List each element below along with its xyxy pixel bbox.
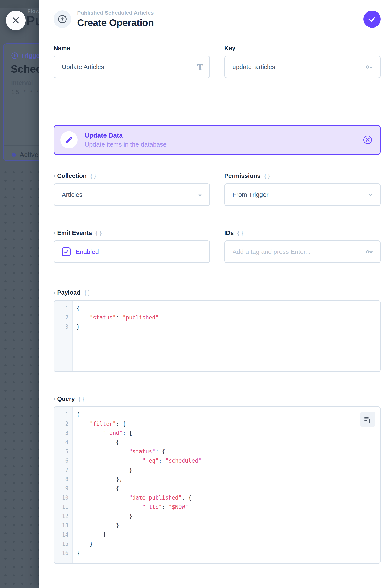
- drawer-title: Create Operation: [77, 17, 154, 28]
- required-dot-icon: [54, 175, 56, 177]
- pencil-icon: [64, 135, 73, 144]
- permissions-field-group: Permissions {} From Trigger: [224, 172, 381, 206]
- query-label: Query {}: [54, 395, 381, 403]
- bolt-circle-icon: [11, 52, 18, 59]
- emit-events-box: Enabled: [54, 240, 210, 263]
- section-divider: [54, 101, 381, 101]
- import-field-values-button[interactable]: [360, 412, 376, 427]
- key-field-group: Key update_articles: [224, 44, 381, 78]
- query-code-content[interactable]: { "filter": { "_and": [ { "status": { "_…: [73, 407, 380, 563]
- collection-value: Articles: [62, 191, 197, 198]
- close-icon: [11, 16, 20, 25]
- raw-value-braces-icon[interactable]: {}: [237, 230, 244, 236]
- flow-canvas-dot-grid: [0, 166, 40, 588]
- query-field-group: Query {} 12345678910111213141516 { "filt…: [54, 395, 381, 564]
- raw-value-braces-icon[interactable]: {}: [84, 289, 91, 296]
- raw-value-braces-icon[interactable]: {}: [90, 173, 97, 179]
- name-input-value: Update Articles: [62, 63, 197, 70]
- create-operation-drawer: Published Scheduled Articles Create Oper…: [40, 0, 392, 588]
- operation-bolt-icon: [54, 10, 71, 28]
- permissions-value: From Trigger: [232, 191, 368, 198]
- ids-placeholder: Add a tag and press Enter...: [232, 248, 365, 255]
- playlist-add-icon: [364, 415, 372, 424]
- raw-value-braces-icon[interactable]: {}: [95, 230, 103, 236]
- payload-code-editor[interactable]: 123 { "status": "published"}: [54, 300, 381, 372]
- operation-type-icon-circle: [60, 131, 78, 148]
- remove-operation-type-button[interactable]: [362, 135, 373, 145]
- name-label: Name: [54, 44, 210, 52]
- raw-value-braces-icon[interactable]: {}: [78, 396, 86, 402]
- status-label: Active: [20, 151, 38, 159]
- operation-type-title: Update Data: [85, 132, 362, 139]
- raw-value-braces-icon[interactable]: {}: [264, 173, 271, 179]
- operation-type-banner[interactable]: Update Data Update items in the database: [54, 125, 381, 155]
- key-input[interactable]: update_articles: [224, 56, 381, 78]
- chevron-down-icon: [368, 191, 374, 198]
- permissions-select[interactable]: From Trigger: [224, 183, 381, 206]
- required-dot-icon: [54, 398, 56, 400]
- key-icon: [365, 62, 374, 71]
- emit-events-checkbox-row[interactable]: Enabled: [62, 247, 99, 256]
- key-label: Key: [224, 44, 381, 52]
- permissions-label: Permissions {}: [224, 172, 381, 180]
- line-number-gutter: 123: [54, 301, 73, 372]
- line-number-gutter: 12345678910111213141516: [54, 407, 73, 563]
- chevron-down-icon: [197, 191, 203, 198]
- query-code-editor[interactable]: 12345678910111213141516 { "filter": { "_…: [54, 406, 381, 564]
- ids-field-group: IDs {} Add a tag and press Enter...: [224, 229, 381, 263]
- payload-code-content[interactable]: { "status": "published"}: [73, 301, 380, 372]
- collection-select[interactable]: Articles: [54, 183, 210, 206]
- collection-field-group: Collection {} Articles: [54, 172, 210, 206]
- emit-events-label: Emit Events {}: [54, 229, 210, 237]
- drawer-header-text: Published Scheduled Articles Create Oper…: [77, 10, 154, 28]
- operation-type-subtitle: Update items in the database: [85, 141, 362, 148]
- key-input-value: update_articles: [232, 63, 365, 70]
- title-type-icon: T: [197, 62, 203, 72]
- status-dot-icon: [12, 153, 16, 157]
- operation-type-text: Update Data Update items in the database: [85, 132, 362, 148]
- ids-label: IDs {}: [224, 229, 381, 237]
- name-input[interactable]: Update Articles T: [54, 56, 210, 78]
- drawer-breadcrumb: Published Scheduled Articles: [77, 10, 154, 16]
- payload-field-group: Payload {} 123 { "status": "published"}: [54, 288, 381, 372]
- trigger-badge: Trigger: [11, 52, 42, 59]
- ids-tag-input[interactable]: Add a tag and press Enter...: [224, 240, 381, 263]
- emit-events-checkbox-label: Enabled: [76, 248, 99, 255]
- close-drawer-button[interactable]: [6, 10, 26, 30]
- checkbox-checked-icon[interactable]: [62, 247, 70, 256]
- trigger-field-label: Interval: [11, 79, 33, 86]
- save-operation-button[interactable]: [364, 10, 381, 28]
- required-dot-icon: [54, 232, 56, 234]
- name-field-group: Name Update Articles T: [54, 44, 210, 78]
- key-icon: [365, 247, 374, 256]
- collection-label: Collection {}: [54, 172, 210, 180]
- drawer-header: Published Scheduled Articles Create Oper…: [54, 10, 381, 28]
- required-dot-icon: [54, 292, 56, 294]
- trigger-badge-label: Trigger: [21, 52, 42, 59]
- payload-label: Payload {}: [54, 288, 381, 297]
- check-icon: [368, 14, 377, 24]
- emit-events-field-group: Emit Events {} Enabled: [54, 229, 210, 263]
